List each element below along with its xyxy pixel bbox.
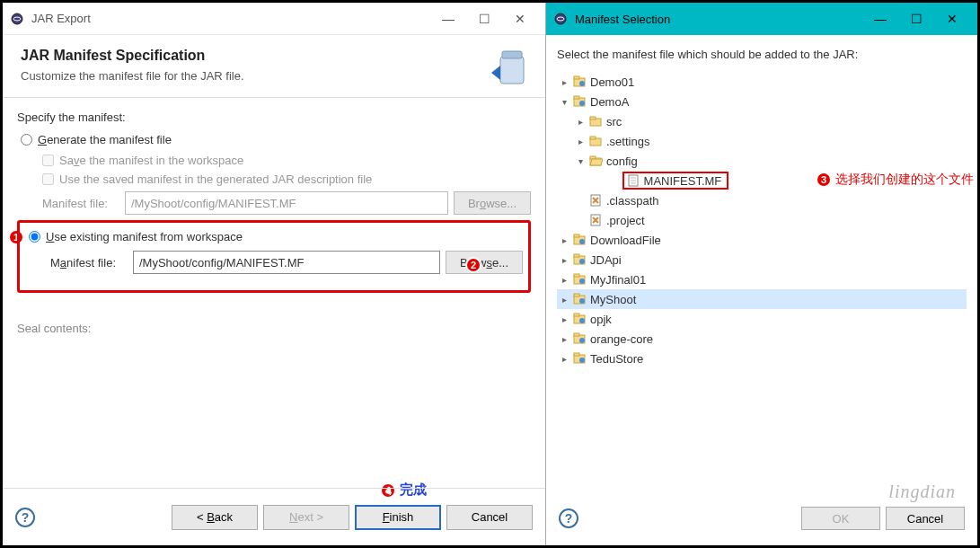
tree-label: TeduStore: [590, 352, 643, 366]
svg-rect-28: [574, 254, 579, 257]
folder-open-icon: [587, 154, 604, 168]
svg-rect-7: [574, 76, 579, 79]
svg-point-32: [579, 278, 585, 284]
tree-arrow[interactable]: ▸: [557, 334, 571, 344]
svg-rect-3: [502, 51, 522, 58]
svg-rect-10: [574, 96, 579, 99]
tree-label: .settings: [606, 135, 649, 148]
file-tree[interactable]: ▸Demo01▾DemoA▸src▸.settings▾config MANIF…: [557, 72, 967, 368]
svg-point-8: [579, 81, 585, 86]
wizard-header: JAR Manifest Specification Customize the…: [3, 35, 545, 98]
use-existing-radio-row[interactable]: Use existing manifest from workspace: [25, 230, 523, 243]
export-title: JAR Export: [31, 12, 430, 25]
tree-arrow[interactable]: ▾: [573, 156, 587, 166]
browse-button[interactable]: Browse...: [446, 251, 523, 274]
tree-item[interactable]: ▸opjk: [557, 309, 967, 329]
save-check-row: Save the manifest in the workspace: [17, 154, 531, 167]
tree-item[interactable]: ▸.settings: [557, 131, 967, 151]
minimize-button[interactable]: —: [862, 6, 898, 31]
maximize-button[interactable]: ☐: [898, 6, 934, 31]
eclipse-icon: [10, 12, 24, 26]
tree-label: MyShoot: [590, 293, 636, 306]
header-title: JAR Manifest Specification: [21, 48, 527, 64]
project-icon: [571, 75, 587, 89]
tree-item[interactable]: ▸MyJfinal01: [557, 270, 967, 289]
tree-item[interactable]: ▸src: [557, 111, 967, 131]
tree-item[interactable]: ▾DemoA: [557, 92, 967, 111]
project-icon: [571, 331, 587, 346]
tree-arrow[interactable]: ▸: [557, 295, 571, 305]
maximize-button[interactable]: ☐: [466, 6, 502, 31]
project-icon: [571, 94, 587, 109]
tree-label: DemoA: [590, 95, 629, 109]
project-icon: [571, 272, 587, 287]
project-icon: [571, 233, 587, 247]
svg-point-26: [579, 239, 585, 244]
xfile-icon: [587, 213, 604, 227]
project-icon: [571, 312, 587, 326]
header-sub: Customize the manifest file for the JAR …: [21, 69, 527, 83]
tree-arrow[interactable]: ▸: [557, 235, 571, 245]
cancel-button[interactable]: Cancel: [886, 507, 965, 530]
cancel-button[interactable]: Cancel: [446, 505, 533, 530]
browse-disabled: Browse...: [454, 191, 531, 215]
svg-point-35: [579, 298, 585, 304]
highlighted-file[interactable]: MANIFEST.MF: [622, 172, 728, 190]
tree-arrow[interactable]: ▾: [557, 97, 571, 107]
minimize-button[interactable]: —: [430, 6, 466, 31]
selection-titlebar: Manifest Selection — ☐ ✕: [546, 3, 977, 35]
close-button[interactable]: ✕: [934, 6, 970, 31]
specify-label: Specify the manifest:: [17, 110, 531, 124]
tree-arrow[interactable]: ▸: [557, 77, 571, 87]
svg-rect-15: [590, 137, 596, 139]
tree-label: opjk: [590, 313, 612, 326]
tree-arrow[interactable]: ▸: [573, 117, 587, 127]
tree-item[interactable]: ▸orange-core: [557, 329, 967, 349]
tree-arrow[interactable]: ▸: [557, 354, 571, 364]
tree-arrow[interactable]: ▸: [557, 314, 571, 324]
generate-radio[interactable]: [21, 134, 32, 146]
tree-item[interactable]: ▾config: [557, 151, 967, 171]
tree-arrow[interactable]: ▸: [573, 137, 587, 146]
jar-icon: [491, 46, 533, 87]
watermark: lingdian: [888, 482, 956, 502]
instruction: Select the manifest file which should be…: [557, 48, 967, 61]
svg-point-11: [579, 101, 585, 106]
tree-label: DownloadFile: [590, 234, 661, 247]
svg-rect-13: [590, 117, 596, 119]
project-icon: [571, 252, 587, 267]
selection-title: Manifest Selection: [575, 13, 862, 26]
tree-label: src: [606, 115, 622, 128]
tree-item[interactable]: .classpath: [557, 190, 967, 210]
tree-label: orange-core: [590, 332, 653, 346]
tree-item[interactable]: ▸JDApi: [557, 250, 967, 270]
use-existing-radio[interactable]: [29, 231, 40, 243]
help-icon[interactable]: ?: [559, 508, 578, 528]
tree-label: .project: [606, 214, 645, 227]
svg-rect-25: [574, 234, 579, 237]
svg-point-29: [579, 259, 585, 264]
tree-item[interactable]: ▸DownloadFile: [557, 230, 967, 250]
manifest-label: Manifest file:: [42, 197, 125, 210]
manifest-input[interactable]: [133, 251, 440, 274]
tree-item[interactable]: ▸TeduStore: [557, 349, 967, 368]
tree-item[interactable]: ▸Demo01: [557, 72, 967, 92]
svg-rect-40: [574, 333, 579, 336]
tree-arrow[interactable]: ▸: [557, 275, 571, 285]
back-button[interactable]: < Back: [172, 505, 258, 530]
eclipse-icon: [553, 12, 568, 26]
tree-item[interactable]: .project: [557, 210, 967, 230]
wizard-body: Specify the manifest: Generate the manif…: [3, 98, 545, 488]
tree-arrow[interactable]: ▸: [557, 255, 571, 265]
highlight-box: Use existing manifest from workspace 2 M…: [17, 220, 531, 293]
help-icon[interactable]: ?: [15, 508, 35, 527]
close-button[interactable]: ✕: [502, 6, 538, 31]
ok-button: OK: [801, 507, 880, 530]
badge-2: 2: [465, 257, 481, 273]
seal-label: Seal contents:: [17, 322, 531, 335]
generate-radio-row[interactable]: Generate the manifest file: [17, 133, 531, 146]
folder-icon: [587, 114, 604, 128]
tree-item[interactable]: ▸MyShoot: [557, 289, 967, 309]
project-icon: [571, 351, 587, 366]
finish-button[interactable]: Finish: [355, 505, 441, 530]
